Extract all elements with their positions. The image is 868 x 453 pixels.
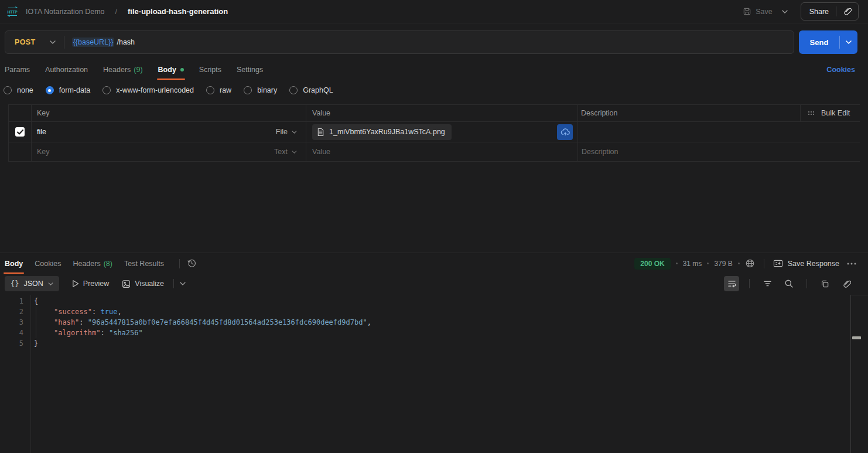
- tab-label: Body: [158, 66, 176, 74]
- more-views-chevron-icon[interactable]: [180, 282, 186, 285]
- dot-separator-icon: [676, 263, 678, 264]
- body-type-form-data[interactable]: form-data: [46, 86, 91, 94]
- radio-icon: [4, 86, 12, 94]
- workspace-name[interactable]: IOTA Notarization Demo: [26, 8, 105, 16]
- visualize-label: Visualize: [135, 280, 164, 288]
- send-button[interactable]: Send: [799, 30, 839, 54]
- response-time[interactable]: 31 ms: [683, 260, 702, 268]
- value-type-label: File: [276, 128, 288, 136]
- wrap-text-button[interactable]: [724, 276, 739, 291]
- indent-guide-icon: [36, 328, 54, 338]
- code-line: 3"hash": "96a5447815a0bf0e7efa66845f4d45…: [0, 317, 850, 328]
- search-button[interactable]: [781, 276, 797, 291]
- upload-file-button[interactable]: [557, 124, 573, 140]
- response-tab-headers[interactable]: Headers(8): [73, 255, 112, 273]
- tab-scripts[interactable]: Scripts: [199, 61, 221, 79]
- key-text: file: [37, 128, 46, 136]
- radio-icon: [244, 86, 252, 94]
- description-cell[interactable]: Description: [577, 142, 860, 161]
- braces-icon: {}: [11, 280, 19, 288]
- file-chip[interactable]: 1_miVbmt6YaxRu9JBa1wSTcA.png: [312, 124, 452, 140]
- body-type-none[interactable]: none: [4, 86, 33, 94]
- divider: [807, 279, 807, 288]
- url-input[interactable]: {{baseURL}} /hash: [72, 38, 135, 47]
- response-format-select[interactable]: {} JSON: [5, 276, 59, 291]
- description-placeholder: Description: [582, 148, 618, 156]
- cookies-link[interactable]: Cookies: [826, 61, 855, 79]
- tab-authorization[interactable]: Authorization: [45, 61, 88, 79]
- line-content: }: [30, 338, 38, 349]
- filter-icon: [763, 280, 772, 287]
- value-placeholder: Value: [312, 148, 330, 156]
- column-header-description: Description: [577, 105, 800, 121]
- body-type-raw[interactable]: raw: [206, 86, 231, 94]
- line-number: 4: [0, 328, 30, 338]
- code-line: 2"success": true,: [0, 306, 850, 317]
- scrollbar-track[interactable]: [850, 295, 868, 453]
- body-type-graphql[interactable]: GraphQL: [289, 86, 333, 94]
- filter-button[interactable]: [760, 276, 775, 291]
- tab-settings[interactable]: Settings: [237, 61, 263, 79]
- response-tab-body[interactable]: Body: [5, 255, 23, 273]
- copy-icon: [821, 280, 829, 288]
- chevron-down-icon: [48, 282, 53, 285]
- radio-label: raw: [220, 86, 231, 94]
- tab-params[interactable]: Params: [5, 61, 30, 79]
- request-url-row: POST {{baseURL}} /hash Send: [0, 30, 868, 54]
- link-button[interactable]: [839, 276, 854, 291]
- value-cell[interactable]: Value: [306, 142, 577, 161]
- url-box: POST {{baseURL}} /hash: [5, 30, 794, 54]
- response-body-toolbar: {} JSON Preview Visualize: [0, 275, 868, 292]
- divider: [173, 279, 174, 288]
- status-badge[interactable]: 200 OK: [634, 258, 670, 270]
- response-code[interactable]: 1{2"success": true,3"hash": "96a5447815a…: [0, 296, 850, 453]
- checkmark-icon: [17, 130, 23, 135]
- scrollbar-marker[interactable]: [852, 336, 861, 339]
- bulk-edit-button[interactable]: Bulk Edit: [800, 105, 860, 121]
- response-tab-cookies[interactable]: Cookies: [35, 255, 61, 273]
- method-select[interactable]: POST: [5, 38, 64, 46]
- key-cell[interactable]: file File: [31, 122, 306, 142]
- value-type-select[interactable]: Text: [274, 148, 297, 156]
- indent-guide-icon: [36, 306, 54, 317]
- copy-button[interactable]: [817, 276, 832, 291]
- tab-body[interactable]: Body: [158, 61, 184, 79]
- row-checkbox[interactable]: [15, 127, 25, 137]
- tab-label: Scripts: [199, 66, 221, 74]
- description-cell[interactable]: [577, 122, 860, 142]
- save-button[interactable]: Save: [743, 7, 773, 16]
- share-button[interactable]: Share: [801, 2, 859, 21]
- network-globe-icon[interactable]: [745, 258, 755, 268]
- breadcrumb: HTTP IOTA Notarization Demo / file-uploa…: [6, 6, 228, 17]
- radio-label: form-data: [59, 86, 91, 94]
- value-type-select[interactable]: File: [276, 128, 297, 136]
- history-clock-icon: [187, 258, 197, 268]
- response-history-button[interactable]: [187, 258, 197, 268]
- tab-count: (8): [104, 260, 112, 268]
- more-options-icon[interactable]: [847, 263, 856, 265]
- tab-headers[interactable]: Headers(9): [103, 61, 143, 79]
- tab-label: Authorization: [45, 66, 88, 74]
- body-type-binary[interactable]: binary: [244, 86, 277, 94]
- save-response-button[interactable]: Save Response: [773, 259, 839, 268]
- file-name: 1_miVbmt6YaxRu9JBa1wSTcA.png: [329, 128, 445, 136]
- visualize-button[interactable]: Visualize: [122, 280, 164, 288]
- value-cell[interactable]: 1_miVbmt6YaxRu9JBa1wSTcA.png: [306, 122, 577, 142]
- response-tab-test-results[interactable]: Test Results: [124, 255, 164, 273]
- radio-icon: [206, 86, 214, 94]
- image-icon: [122, 280, 131, 288]
- request-name[interactable]: file-upload-hash-generation: [128, 7, 228, 16]
- body-type-x-www-form-urlencoded[interactable]: x-www-form-urlencoded: [102, 86, 194, 94]
- indent-guide-icon: [36, 317, 54, 328]
- form-data-table: Key Value Description Bulk Edit file Fil…: [8, 104, 860, 162]
- save-options-chevron-icon[interactable]: [780, 8, 790, 16]
- http-request-icon: HTTP: [6, 6, 19, 17]
- preview-button[interactable]: Preview: [72, 280, 109, 288]
- copy-link-icon[interactable]: [836, 7, 858, 16]
- code-line: 5}: [0, 338, 850, 349]
- method-label: POST: [15, 38, 36, 46]
- key-cell[interactable]: Key Text: [31, 142, 306, 161]
- response-size[interactable]: 379 B: [714, 260, 732, 268]
- send-options-chevron-icon[interactable]: [840, 30, 857, 54]
- code-line: 4"algorithm": "sha256": [0, 328, 850, 338]
